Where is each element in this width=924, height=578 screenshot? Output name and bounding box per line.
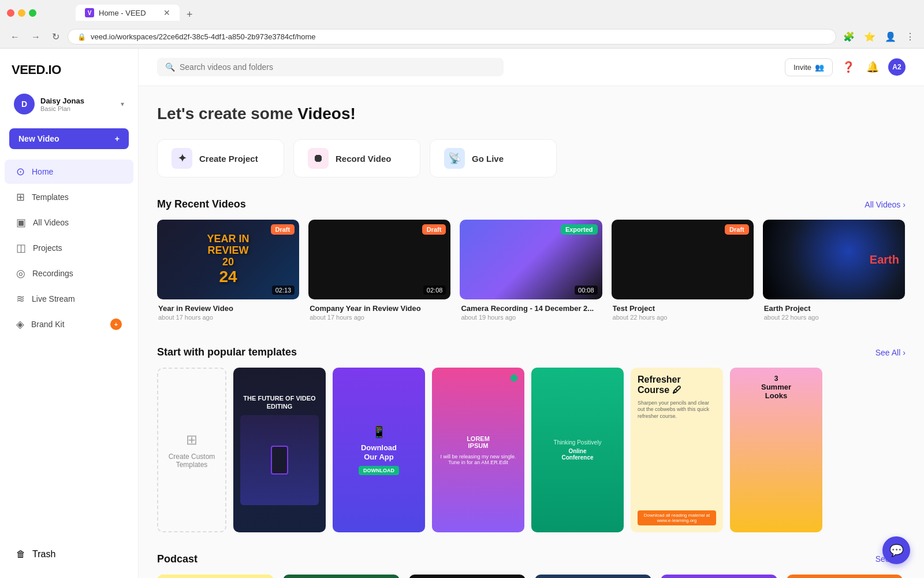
tab-close-btn[interactable]: ✕ xyxy=(163,8,170,17)
trash-icon: 🗑 xyxy=(16,549,25,560)
video-time: about 17 hours ago xyxy=(158,314,298,321)
template-card[interactable]: THE FUTURE OF VIDEO EDITING xyxy=(233,368,326,532)
video-info: Company Year in Review Video about 17 ho… xyxy=(308,299,450,325)
video-card[interactable]: Earth Earth Project about 22 hours ago xyxy=(763,220,905,325)
sidebar-item-all-videos[interactable]: ▣ All Videos xyxy=(5,210,133,235)
header-avatar[interactable]: A2 xyxy=(888,58,906,76)
podcast-card[interactable]: PODCAST SPECIALGUEST Ep 143 xyxy=(661,575,777,578)
invite-button[interactable]: Invite 👥 xyxy=(785,58,833,76)
user-plan: Basic Plan xyxy=(40,105,115,112)
avatar: D xyxy=(14,94,35,114)
address-bar[interactable]: 🔒 veed.io/workspaces/22ce6d2f-38c5-4df1-… xyxy=(68,29,836,45)
video-duration: 00:08 xyxy=(575,286,598,295)
app: VEED.IO D Daisy Jonas Basic Plan ▾ New V… xyxy=(0,49,924,578)
new-video-button[interactable]: New Video + xyxy=(9,128,129,149)
sidebar-item-home[interactable]: ⊙ Home xyxy=(5,160,133,184)
sidebar-item-projects[interactable]: ◫ Projects xyxy=(5,236,133,260)
all-videos-link[interactable]: All Videos › xyxy=(865,200,906,209)
template-title: THE FUTURE OF VIDEO EDITING xyxy=(240,395,319,410)
new-tab-btn[interactable]: + xyxy=(182,9,198,21)
forward-btn[interactable]: → xyxy=(28,29,44,45)
page-title: Let's create some Videos! xyxy=(157,105,906,123)
template-title: LOREMIPSUM xyxy=(467,435,490,449)
maximize-dot[interactable] xyxy=(29,9,36,17)
video-thumbnail: Draft 02:08 xyxy=(308,220,450,299)
header-right: Invite 👥 ❓ 🔔 A2 xyxy=(785,58,906,76)
template-card[interactable]: 📱 DownloadOur App DOWNLOAD xyxy=(333,368,425,532)
back-btn[interactable]: ← xyxy=(7,29,23,45)
search-icon: 🔍 xyxy=(165,62,175,72)
sidebar-item-recordings[interactable]: ◎ Recordings xyxy=(5,261,133,286)
video-name: Year in Review Video xyxy=(158,304,298,313)
video-card[interactable]: YEAR INREVIEW2024 Draft 02:13 Year in Re… xyxy=(157,220,299,325)
brand-kit-badge: + xyxy=(110,318,122,330)
sidebar-item-trash[interactable]: 🗑 Trash xyxy=(5,543,133,565)
profile-btn[interactable]: 👤 xyxy=(882,29,899,45)
template-card[interactable]: LOREMIPSUM I will be releasing my new si… xyxy=(432,368,524,532)
main-header: 🔍 Invite 👥 ❓ 🔔 A2 xyxy=(139,49,924,86)
tab-title: Home - VEED xyxy=(99,9,146,17)
templates-title: Start with popular templates xyxy=(157,346,297,358)
extensions-btn[interactable]: 🧩 xyxy=(841,29,857,45)
template-title: OnlineConference xyxy=(561,448,593,461)
search-input[interactable] xyxy=(180,62,495,72)
go-live-card[interactable]: 📡 Go Live xyxy=(430,139,557,177)
video-duration: 02:13 xyxy=(272,286,295,295)
video-time: about 17 hours ago xyxy=(310,314,449,321)
notifications-button[interactable]: 🔔 xyxy=(864,58,881,76)
video-badge: Draft xyxy=(271,224,295,235)
nav-right: 🧩 ⭐ 👤 ⋮ xyxy=(841,29,917,45)
bookmark-btn[interactable]: ⭐ xyxy=(862,29,878,45)
podcast-card[interactable]: Episode #14 THEDAILYSHOW xyxy=(283,575,400,578)
podcast-card[interactable]: PODCAST LIVE ▶ How toSell aDigitalProduc… xyxy=(787,575,903,578)
lock-icon: 🔒 xyxy=(77,33,86,41)
video-time: about 22 hours ago xyxy=(764,314,904,321)
minimize-dot[interactable] xyxy=(18,9,25,17)
video-thumbnail: YEAR INREVIEW2024 Draft 02:13 xyxy=(157,220,299,299)
template-title: DownloadOur App xyxy=(361,443,397,461)
video-duration: 02:08 xyxy=(423,286,446,295)
sidebar-item-label: Projects xyxy=(33,243,62,253)
plus-square-icon: ⊞ xyxy=(186,432,198,448)
main-content: 🔍 Invite 👥 ❓ 🔔 A2 Let's create some Vide… xyxy=(139,49,924,578)
video-card[interactable]: Draft 02:08 Company Year in Review Video… xyxy=(308,220,450,325)
menu-btn[interactable]: ⋮ xyxy=(903,29,917,45)
create-custom-template-card[interactable]: ⊞ Create Custom Templates xyxy=(157,368,226,532)
user-section[interactable]: D Daisy Jonas Basic Plan ▾ xyxy=(5,89,133,119)
podcast-card[interactable] xyxy=(409,575,526,578)
recent-videos-title: My Recent Videos xyxy=(157,198,246,210)
close-dot[interactable] xyxy=(7,9,14,17)
create-project-card[interactable]: ✦ Create Project xyxy=(157,139,284,177)
active-tab[interactable]: V Home - VEED ✕ xyxy=(76,5,180,21)
video-time: about 19 hours ago xyxy=(461,314,601,321)
sidebar-logo: VEED.IO xyxy=(0,58,138,89)
sidebar-item-templates[interactable]: ⊞ Templates xyxy=(5,185,133,209)
template-card[interactable]: Thinking Positively OnlineConference xyxy=(531,368,624,532)
podcast-card[interactable]: PODCASTER'SCORNER xyxy=(157,575,274,578)
user-info: Daisy Jonas Basic Plan xyxy=(40,97,115,112)
action-cards: ✦ Create Project ⏺ Record Video 📡 Go Liv… xyxy=(157,139,906,177)
podcast-card[interactable]: Episode #14 xyxy=(535,575,651,578)
sidebar-item-label: Brand Kit xyxy=(31,320,65,329)
chevron-down-icon: ▾ xyxy=(121,100,124,108)
browser-dots xyxy=(7,9,36,17)
brand-kit-icon: ◈ xyxy=(16,318,24,331)
video-info: Test Project about 22 hours ago xyxy=(612,299,754,325)
template-card[interactable]: 3 SummerLooks xyxy=(730,368,822,532)
sidebar-item-live-stream[interactable]: ≋ Live Stream xyxy=(5,287,133,311)
video-time: about 22 hours ago xyxy=(613,314,752,321)
video-thumbnail: Exported 00:08 xyxy=(460,220,602,299)
record-video-card[interactable]: ⏺ Record Video xyxy=(293,139,420,177)
podcast-grid: PODCASTER'SCORNER Episode #14 THEDAILYSH… xyxy=(157,575,906,578)
reload-btn[interactable]: ↻ xyxy=(49,29,63,45)
template-card[interactable]: RefresherCourse 🖊 Sharpen your pencils a… xyxy=(631,368,723,532)
sidebar-item-brand-kit[interactable]: ◈ Brand Kit + xyxy=(5,312,133,336)
video-card[interactable]: Exported 00:08 Camera Recording - 14 Dec… xyxy=(460,220,602,325)
record-video-label: Record Video xyxy=(336,154,391,164)
sidebar-bottom: 🗑 Trash xyxy=(0,538,138,571)
chat-button[interactable]: 💬 xyxy=(882,536,910,564)
help-button[interactable]: ❓ xyxy=(840,58,857,76)
templates-see-all-link[interactable]: See All › xyxy=(875,348,906,357)
podcast-header: Podcast See All › xyxy=(157,553,906,565)
video-card[interactable]: Draft Test Project about 22 hours ago xyxy=(612,220,754,325)
